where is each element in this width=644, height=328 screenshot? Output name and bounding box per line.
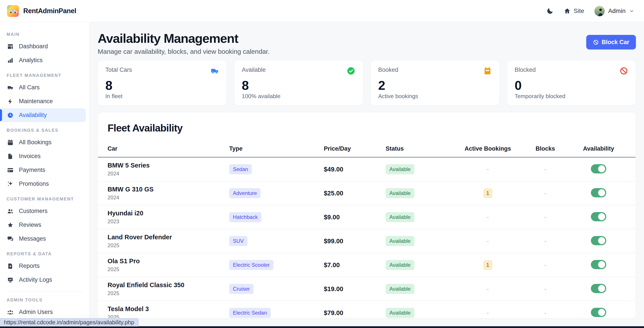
sidebar-item-label: Invoices <box>19 153 40 160</box>
stat-value: 0 <box>515 79 628 92</box>
availability-toggle[interactable] <box>591 236 606 245</box>
sidebar-item-analytics[interactable]: Analytics <box>0 53 86 67</box>
car-year: 2025 <box>108 242 225 248</box>
car-year: 2025 <box>108 314 225 318</box>
sidebar-section-label: ADMIN TOOLS <box>6 298 89 302</box>
availability-toggle[interactable] <box>591 284 606 293</box>
table-row: Tesla Model 32025Electric Sedan$79.00Ava… <box>98 301 636 319</box>
sidebar-item-customers[interactable]: Customers <box>0 204 86 218</box>
availability-toggle[interactable] <box>591 308 606 317</box>
blocks-dash: - <box>544 166 546 172</box>
avatar <box>594 6 605 16</box>
sidebar-nav: MAINDashboardAnalyticsFLEET MANAGEMENTAl… <box>0 32 89 328</box>
blocks-dash: - <box>544 286 546 292</box>
stat-subtext: Active bookings <box>378 93 492 100</box>
column-header-price-day: Price/Day <box>322 142 384 157</box>
star-icon <box>7 222 14 228</box>
report-icon <box>7 263 14 270</box>
sidebar-item-label: Reports <box>19 262 40 270</box>
user-menu[interactable]: Admin <box>594 6 634 16</box>
dark-mode-toggle[interactable] <box>546 7 554 15</box>
sidebar-item-reviews[interactable]: Reviews <box>0 218 86 232</box>
car-name: Land Rover Defender <box>108 234 225 241</box>
stat-card-blocked: Blocked 0 Temporarily blocked <box>507 60 636 106</box>
status-badge: Available <box>386 188 414 198</box>
sidebar-item-all-cars[interactable]: All Cars <box>0 80 86 94</box>
car-icon <box>210 66 219 75</box>
sidebar-section-label: REPORTS & DATA <box>6 252 89 256</box>
type-badge: Adventure <box>229 188 260 198</box>
table-header-row: CarTypePrice/DayStatusActive BookingsBlo… <box>98 142 636 157</box>
stat-subtext: Temporarily blocked <box>515 93 628 100</box>
users-icon <box>7 208 14 214</box>
table-body: BMW 5 Series2024Sedan$49.00Available--BM… <box>98 157 636 318</box>
price-per-day: $25.00 <box>324 190 343 197</box>
link-preview-tooltip: https://rental.cdcode.in/admin/pages/ava… <box>0 318 138 326</box>
sidebar-item-activity-logs[interactable]: Activity Logs <box>0 273 86 287</box>
sidebar-item-all-bookings[interactable]: All Bookings <box>0 136 86 149</box>
availability-toggle[interactable] <box>591 260 606 269</box>
sidebar-item-promotions[interactable]: Promotions <box>0 177 86 191</box>
ban-icon <box>620 66 628 75</box>
brand-name: RentAdminPanel <box>23 7 76 15</box>
type-badge: Sedan <box>229 164 252 174</box>
stat-value: 8 <box>105 79 219 92</box>
fleet-availability-card: Fleet Availability CarTypePrice/DayStatu… <box>98 112 636 318</box>
price-per-day: $99.00 <box>324 238 343 244</box>
car-year: 2025 <box>108 290 225 296</box>
car-year: 2024 <box>108 194 225 201</box>
sidebar-item-label: All Cars <box>19 84 40 91</box>
availability-toggle[interactable] <box>591 164 606 174</box>
table-row: BMW G 310 GS2024Adventure$25.00Available… <box>98 181 636 205</box>
stat-subtext: 100% available <box>242 93 356 100</box>
active-bookings-dash: - <box>487 166 489 172</box>
sidebar-item-messages[interactable]: Messages <box>0 232 86 246</box>
stat-value: 8 <box>242 79 356 92</box>
price-per-day: $49.00 <box>324 166 343 173</box>
sidebar-item-availability[interactable]: Availability <box>0 108 86 122</box>
price-per-day: $7.00 <box>324 262 340 268</box>
stat-value: 2 <box>378 79 492 92</box>
page-title: Availability Management <box>98 31 270 46</box>
sidebar-item-payments[interactable]: Payments <box>0 163 86 177</box>
page-subtitle: Manage car availability, blocks, and vie… <box>98 48 270 55</box>
availability-toggle[interactable] <box>591 188 606 197</box>
fleet-title: Fleet Availability <box>108 122 626 134</box>
stat-label: Booked <box>378 66 398 73</box>
brand[interactable]: RentAdminPanel <box>7 5 76 17</box>
sidebar-item-label: Messages <box>19 235 46 242</box>
price-per-day: $9.00 <box>324 214 340 221</box>
sidebar-item-label: Availability <box>19 112 47 118</box>
stat-label: Available <box>242 66 266 73</box>
availability-toggle[interactable] <box>591 212 606 221</box>
table-row: BMW 5 Series2024Sedan$49.00Available-- <box>98 157 636 181</box>
block-car-button[interactable]: Block Car <box>586 35 636 50</box>
car-name: Ola S1 Pro <box>108 258 225 265</box>
sidebar-item-admin-users[interactable]: Admin Users <box>0 305 86 319</box>
sidebar-item-dashboard[interactable]: Dashboard <box>0 40 86 53</box>
sidebar-section-label: MAIN <box>6 32 89 37</box>
sidebar-item-label: Payments <box>19 167 45 174</box>
admin-users-icon <box>7 309 14 316</box>
sidebar-item-maintenance[interactable]: Maintenance <box>0 94 86 108</box>
type-badge: SUV <box>229 236 247 246</box>
calendar-icon <box>7 139 14 146</box>
clock-icon <box>7 112 14 118</box>
sidebar-item-reports[interactable]: Reports <box>0 259 86 273</box>
status-badge: Available <box>386 308 414 318</box>
sidebar-item-label: Dashboard <box>19 43 48 50</box>
car-name: BMW G 310 GS <box>108 186 225 193</box>
stat-card-booked: Booked 2 Active bookings <box>370 60 500 106</box>
app-logo-icon <box>7 5 19 17</box>
blocks-dash: - <box>544 262 546 268</box>
active-bookings-dash: - <box>487 286 489 292</box>
chevron-down-icon <box>629 8 634 14</box>
table-row: Ola S1 Pro2025Electric Scooter$7.00Avail… <box>98 253 636 277</box>
blocks-dash: - <box>544 310 546 316</box>
sidebar-item-invoices[interactable]: Invoices <box>0 149 86 163</box>
chat-icon <box>7 236 14 242</box>
blocks-dash: - <box>544 190 546 196</box>
stats-row: Total Cars 8 In fleet Available 8 100% a… <box>98 60 636 106</box>
table-row: Hyundai i202023Hatchback$9.00Available-- <box>98 205 636 229</box>
site-link[interactable]: Site <box>564 8 584 14</box>
